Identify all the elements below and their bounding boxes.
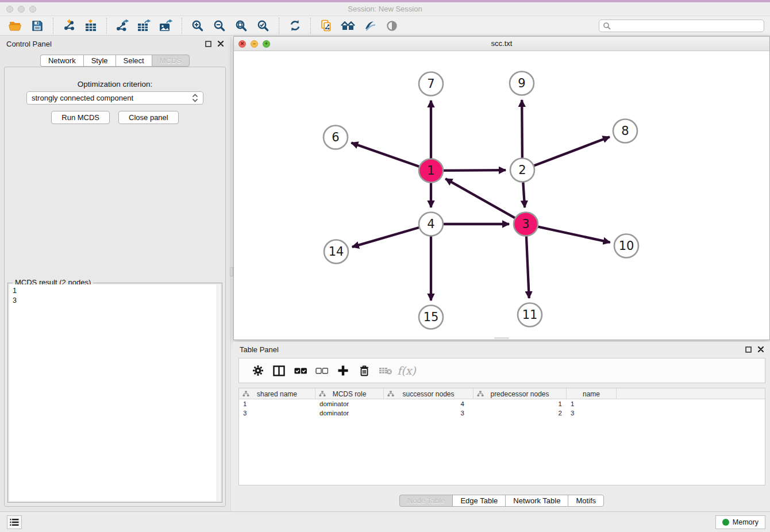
- node-table[interactable]: shared nameMCDS rolesuccessor nodesprede…: [238, 388, 765, 485]
- network-window-controls[interactable]: ✕ − +: [238, 40, 270, 48]
- app-titlebar: Session: New Session: [0, 2, 770, 16]
- main-toolbar: [0, 16, 770, 36]
- run-mcds-button[interactable]: Run MCDS: [51, 111, 110, 124]
- task-history-button[interactable]: [7, 515, 22, 529]
- app-title: Session: New Session: [0, 2, 770, 16]
- minimize-window-icon[interactable]: [18, 6, 25, 13]
- open-session-icon[interactable]: [6, 17, 25, 34]
- zoom-window-icon[interactable]: [29, 6, 36, 13]
- export-network-icon[interactable]: [113, 17, 132, 34]
- search-field[interactable]: [599, 20, 764, 32]
- table-row[interactable]: 1dominator411: [239, 399, 765, 408]
- graph-node-label: 2: [518, 163, 526, 177]
- table-toolbar: f(x): [238, 358, 765, 383]
- column-header-successor-nodes[interactable]: successor nodes: [384, 388, 473, 399]
- tab-style[interactable]: Style: [83, 55, 116, 67]
- tab-select[interactable]: Select: [116, 55, 152, 67]
- mcds-panel: Optimization criterion: strongly connect…: [4, 67, 226, 507]
- close-panel-icon[interactable]: [218, 41, 224, 47]
- table-cell[interactable]: 1: [567, 400, 617, 407]
- table-cell[interactable]: 1: [239, 400, 315, 407]
- graph-node-label: 1: [427, 164, 434, 178]
- gear-icon[interactable]: [247, 362, 268, 379]
- tab-network[interactable]: Network: [40, 55, 83, 67]
- style-icon[interactable]: [361, 17, 379, 34]
- export-image-icon[interactable]: [157, 17, 175, 34]
- graph-edge-1-6[interactable]: [351, 143, 425, 169]
- table-cell[interactable]: dominator: [315, 410, 384, 417]
- table-cell[interactable]: 3: [384, 410, 473, 417]
- graph-edge-1-2[interactable]: [437, 170, 506, 171]
- close-view-icon[interactable]: ✕: [238, 40, 246, 48]
- float-panel-icon[interactable]: [745, 346, 752, 353]
- table-row[interactable]: 3dominator323: [239, 408, 765, 418]
- close-panel-button[interactable]: Close panel: [118, 111, 179, 124]
- window-controls[interactable]: [6, 6, 36, 13]
- graph-edge-2-8[interactable]: [528, 137, 610, 168]
- result-scrollbar[interactable]: [217, 284, 221, 501]
- zoom-out-icon[interactable]: [210, 17, 229, 34]
- column-header-predecessor-nodes[interactable]: predecessor nodes: [473, 388, 567, 399]
- add-column-icon[interactable]: [332, 362, 353, 379]
- import-network-icon[interactable]: [60, 17, 78, 34]
- column-header-shared-name[interactable]: shared name: [239, 388, 315, 399]
- delete-column-icon[interactable]: [353, 362, 375, 379]
- table-header-row[interactable]: shared nameMCDS rolesuccessor nodesprede…: [239, 388, 765, 399]
- close-window-icon[interactable]: [6, 6, 13, 13]
- network-graph[interactable]: 7968124314101511: [234, 51, 769, 340]
- mcds-result-box: MCDS result (2 nodes) 13: [7, 283, 222, 503]
- deselect-all-columns-icon[interactable]: [311, 362, 332, 379]
- control-panel-header: Control Panel: [0, 36, 230, 51]
- minimize-view-icon[interactable]: −: [251, 40, 258, 48]
- graph-node-label: 3: [522, 217, 529, 231]
- graph-node-label: 11: [522, 308, 538, 322]
- table-cell[interactable]: 3: [567, 410, 617, 417]
- zoom-selected-icon[interactable]: [254, 17, 272, 34]
- table-cell[interactable]: 4: [384, 400, 473, 407]
- network-canvas[interactable]: 7968124314101511: [234, 51, 769, 340]
- import-table-icon[interactable]: [82, 17, 100, 34]
- column-header-name[interactable]: name: [567, 388, 617, 399]
- graph-node-label: 9: [518, 76, 525, 90]
- maximize-view-icon[interactable]: +: [263, 40, 270, 48]
- table-body[interactable]: 1dominator4113dominator323: [239, 399, 765, 418]
- select-all-columns-icon[interactable]: [290, 362, 311, 379]
- table-cell[interactable]: 2: [473, 410, 567, 417]
- network-view-title: scc.txt: [234, 37, 769, 51]
- memory-button[interactable]: Memory: [715, 515, 765, 529]
- close-panel-icon[interactable]: [758, 346, 764, 352]
- mcds-result-line: 1: [13, 286, 221, 296]
- save-session-icon[interactable]: [28, 17, 47, 34]
- refresh-layout-icon[interactable]: [286, 17, 304, 34]
- column-layout-icon[interactable]: [268, 362, 290, 379]
- table-panel-header: Table Panel: [233, 342, 770, 357]
- tab-node-table[interactable]: Node Table: [399, 495, 453, 507]
- tab-mcds[interactable]: MCDS: [152, 55, 190, 67]
- clone-network-icon[interactable]: [317, 17, 336, 34]
- criterion-value: strongly connected component: [32, 94, 133, 102]
- graph-edge-4-14[interactable]: [352, 226, 426, 247]
- table-cell[interactable]: dominator: [315, 400, 384, 407]
- column-header-MCDS-role[interactable]: MCDS role: [315, 388, 384, 399]
- graph-edge-3-10[interactable]: [532, 225, 610, 242]
- export-table-icon[interactable]: [135, 17, 153, 34]
- graph-edge-3-1[interactable]: [445, 179, 521, 221]
- network-window-titlebar[interactable]: ✕ − + scc.txt: [234, 37, 769, 51]
- criterion-dropdown[interactable]: strongly connected component: [26, 91, 203, 105]
- mcds-result-list[interactable]: 13: [9, 284, 221, 501]
- tab-network-table[interactable]: Network Table: [505, 495, 568, 507]
- search-input[interactable]: [611, 21, 764, 31]
- show-hide-icon[interactable]: [383, 17, 401, 34]
- first-neighbors-icon[interactable]: [339, 17, 357, 34]
- table-cell[interactable]: 1: [473, 400, 567, 407]
- table-cell[interactable]: 3: [239, 410, 315, 417]
- zoom-in-icon[interactable]: [188, 17, 207, 34]
- function-builder-icon: f(x): [396, 362, 417, 379]
- graph-edge-3-11[interactable]: [526, 230, 529, 298]
- graph-edge-2-9[interactable]: [522, 100, 522, 164]
- tab-edge-table[interactable]: Edge Table: [452, 495, 505, 507]
- delete-table-icon: [375, 362, 396, 379]
- tab-motifs[interactable]: Motifs: [568, 495, 604, 507]
- float-panel-icon[interactable]: [205, 41, 211, 47]
- zoom-fit-icon[interactable]: [232, 17, 251, 34]
